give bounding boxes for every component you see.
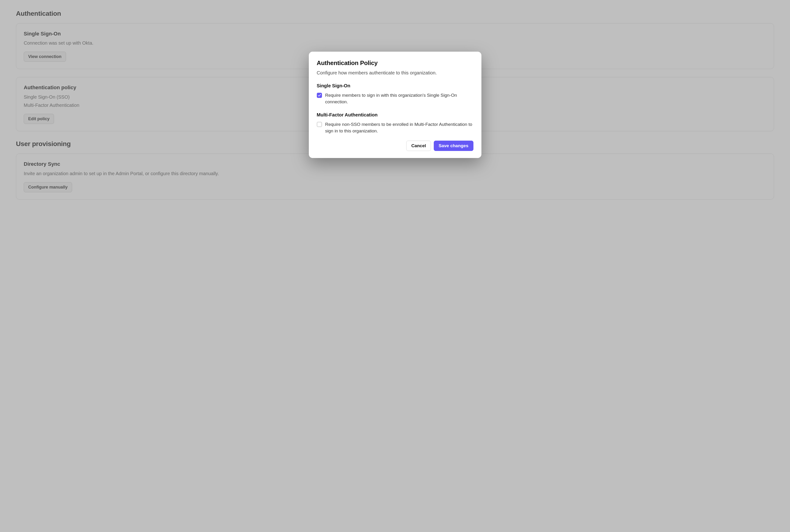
sso-option-row: Require members to sign in with this org… [317,92,473,106]
cancel-button[interactable]: Cancel [406,140,431,151]
authentication-policy-modal: Authentication Policy Configure how memb… [309,52,482,158]
modal-overlay[interactable]: Authentication Policy Configure how memb… [0,0,790,532]
check-icon [318,94,321,97]
modal-mfa-heading: Multi-Factor Authentication [317,112,473,118]
mfa-required-label: Require non-SSO members to be enrolled i… [325,121,473,134]
modal-subtitle: Configure how members authenticate to th… [317,70,473,76]
sso-required-checkbox[interactable] [317,93,322,98]
modal-actions: Cancel Save changes [317,140,473,151]
modal-sso-heading: Single Sign-On [317,82,473,89]
mfa-option-row: Require non-SSO members to be enrolled i… [317,121,473,134]
mfa-required-checkbox[interactable] [317,122,322,127]
sso-required-label: Require members to sign in with this org… [325,92,473,106]
save-changes-button[interactable]: Save changes [434,140,473,151]
modal-title: Authentication Policy [317,59,473,68]
